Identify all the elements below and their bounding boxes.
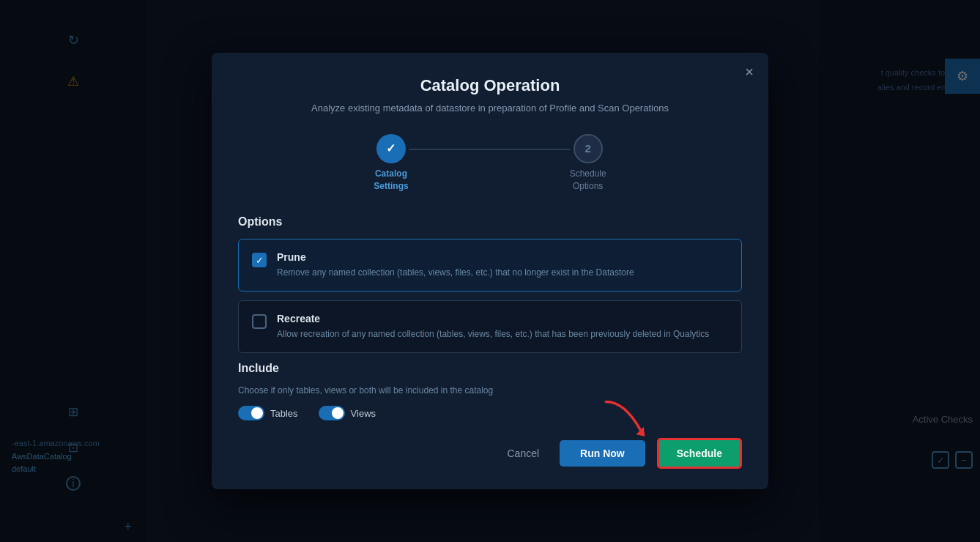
step-2-circle: 2: [573, 134, 603, 163]
cancel-button[interactable]: Cancel: [499, 442, 549, 465]
step-1-catalog-settings: ✓ Catalog Settings: [374, 134, 408, 193]
recreate-option-description: Allow recreation of any named collection…: [277, 327, 728, 341]
close-button[interactable]: ×: [745, 64, 754, 79]
toggles-row: Tables Views: [238, 406, 742, 420]
svg-marker-0: [636, 427, 645, 437]
schedule-button[interactable]: Schedule: [657, 438, 742, 469]
catalog-operation-modal: × Catalog Operation Analyze existing met…: [212, 53, 768, 490]
include-section-title: Include: [238, 362, 742, 375]
modal-footer: Cancel Run Now Schedule: [238, 438, 742, 469]
run-now-button[interactable]: Run Now: [560, 440, 645, 467]
recreate-checkbox[interactable]: [252, 314, 267, 329]
prune-option-text: Prune Remove any named collection (table…: [277, 251, 728, 279]
prune-option-description: Remove any named collection (tables, vie…: [277, 266, 728, 279]
prune-checkbox[interactable]: ✓: [252, 253, 267, 267]
stepper-connector: [409, 149, 570, 150]
recreate-option-card[interactable]: Recreate Allow recreation of any named c…: [238, 300, 742, 353]
modal-title: Catalog Operation: [238, 76, 742, 95]
views-toggle-item: Views: [319, 406, 376, 420]
recreate-option-text: Recreate Allow recreation of any named c…: [277, 313, 728, 341]
step-1-circle: ✓: [376, 134, 406, 163]
options-section-title: Options: [238, 215, 742, 229]
tables-toggle-item: Tables: [238, 406, 298, 420]
include-subtitle: Choose if only tables, views or both wil…: [238, 385, 742, 396]
modal-subtitle: Analyze existing metadata of datastore i…: [238, 103, 742, 114]
recreate-option-name: Recreate: [277, 313, 728, 324]
modal-overlay: × Catalog Operation Analyze existing met…: [0, 0, 980, 542]
views-label: Views: [351, 408, 376, 419]
step-2-number: 2: [584, 142, 590, 155]
include-section: Include Choose if only tables, views or …: [238, 362, 742, 420]
step-1-label: Catalog Settings: [374, 168, 408, 193]
views-toggle[interactable]: [319, 406, 345, 420]
step-2-label: Schedule Options: [570, 168, 606, 193]
tables-toggle[interactable]: [238, 406, 264, 420]
prune-option-name: Prune: [277, 251, 728, 263]
tables-label: Tables: [270, 408, 298, 419]
prune-option-card[interactable]: ✓ Prune Remove any named collection (tab…: [238, 239, 742, 292]
step-2-schedule-options: 2 Schedule Options: [570, 134, 606, 193]
stepper: ✓ Catalog Settings 2 Schedule Options: [238, 134, 742, 193]
prune-check-icon: ✓: [256, 255, 264, 266]
step-1-checkmark-icon: ✓: [386, 141, 396, 155]
